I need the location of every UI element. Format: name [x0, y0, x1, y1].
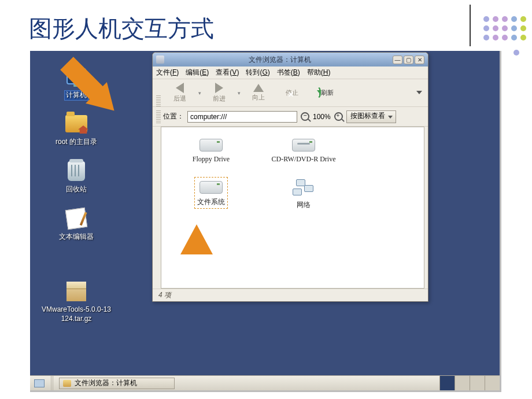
trash-icon	[65, 160, 88, 183]
zoom-level: 100%	[313, 113, 331, 121]
desktop-icon-label: 回收站	[36, 185, 117, 194]
toolbar-label: 前进	[213, 95, 226, 102]
desktop-icon-label: root 的主目录	[36, 138, 117, 147]
toolbar-label: 向上	[252, 94, 265, 101]
decorative-line	[470, 5, 471, 46]
forward-button[interactable]: 前进	[202, 83, 236, 103]
annotation-arrow-icon	[180, 224, 213, 254]
desktop-icon-trash[interactable]: 回收站	[36, 160, 117, 194]
task-label: 文件浏览器：计算机	[75, 378, 137, 388]
item-label: 文件系统	[197, 198, 225, 206]
toolbar-label: 刷新	[321, 89, 334, 96]
item-label: 网络	[297, 201, 311, 209]
view-mode-select[interactable]: 按图标查看	[346, 110, 396, 123]
file-browser-window: 文件浏览器：计算机 — ▢ ✕ 文件(F) 编辑(E) 查看(V) 转到(G) …	[152, 52, 428, 302]
menu-go[interactable]: 转到(G)	[246, 68, 269, 77]
taskbar: 文件浏览器：计算机	[30, 375, 500, 390]
location-label: 位置：	[163, 112, 184, 121]
menu-file[interactable]: 文件(F)	[156, 68, 179, 77]
location-bar: 位置： 100% 按图标查看	[153, 107, 428, 127]
window-titlebar[interactable]: 文件浏览器：计算机 — ▢ ✕	[153, 53, 428, 66]
up-button[interactable]: 向上	[242, 84, 275, 102]
filesystem-icon	[200, 181, 223, 194]
minimize-button[interactable]: —	[393, 56, 402, 64]
status-bar: 4 项	[153, 289, 428, 301]
item-label: Floppy Drive	[193, 155, 230, 163]
workspace-4[interactable]	[485, 376, 500, 390]
location-input[interactable]	[187, 111, 297, 123]
workspace-3[interactable]	[470, 376, 485, 390]
toolbar: 后退 ▾ 前进 ▾ 向上 停止 刷新	[153, 79, 428, 107]
archive-icon	[65, 280, 88, 303]
item-label: CD-RW/DVD-R Drive	[272, 155, 336, 163]
desktop-icon-text-editor[interactable]: 文本编辑器	[36, 207, 117, 242]
item-cdrw-drive[interactable]: CD-RW/DVD-R Drive	[263, 138, 344, 164]
workspace-1[interactable]	[439, 376, 455, 390]
optical-drive-icon	[292, 139, 315, 152]
file-browser-content[interactable]: Floppy Drive CD-RW/DVD-R Drive 文件系统 网络	[161, 127, 424, 289]
toolbar-label: 后退	[173, 95, 186, 102]
item-network[interactable]: 网络	[263, 179, 344, 210]
slide-title: 图形人机交互方式	[29, 13, 214, 45]
drive-icon	[200, 139, 223, 152]
folder-icon	[63, 380, 71, 387]
show-desktop-button[interactable]	[32, 378, 46, 389]
zoom-in-icon[interactable]	[334, 112, 343, 121]
refresh-button[interactable]: 刷新	[309, 88, 342, 97]
toolbar-overflow-icon[interactable]	[416, 91, 422, 94]
desktop-icon-label: 124.tar.gz	[36, 315, 117, 324]
dropdown-chevron-icon[interactable]: ▾	[197, 90, 202, 96]
menu-help[interactable]: 帮助(H)	[307, 68, 331, 77]
up-arrow-icon	[253, 84, 264, 92]
decorative-dot	[513, 50, 519, 56]
desktop[interactable]: 计算机 root 的主目录 回收站 文本编辑器 VMwareTools-5.0.…	[30, 51, 501, 392]
taskbar-handle[interactable]	[51, 376, 54, 390]
desktop-icon	[34, 379, 45, 387]
close-button[interactable]: ✕	[415, 56, 424, 64]
stop-button[interactable]: 停止	[275, 88, 309, 97]
home-folder-icon	[65, 112, 88, 135]
menu-bookmarks[interactable]: 书签(B)	[277, 68, 300, 77]
item-filesystem[interactable]: 文件系统	[171, 177, 252, 209]
window-app-icon	[156, 56, 164, 64]
menu-edit[interactable]: 编辑(E)	[186, 68, 209, 77]
menubar: 文件(F) 编辑(E) 查看(V) 转到(G) 书签(B) 帮助(H)	[153, 66, 428, 79]
taskbar-task-button[interactable]: 文件浏览器：计算机	[59, 378, 175, 389]
back-arrow-icon	[176, 83, 184, 93]
forward-arrow-icon	[215, 83, 223, 93]
item-floppy-drive[interactable]: Floppy Drive	[171, 138, 252, 164]
refresh-icon	[317, 87, 321, 98]
status-text: 4 项	[158, 291, 171, 299]
maximize-button[interactable]: ▢	[404, 56, 413, 64]
network-icon	[293, 179, 315, 197]
workspace-switcher	[439, 376, 500, 390]
zoom-out-icon[interactable]	[301, 112, 309, 121]
dropdown-chevron-icon[interactable]: ▾	[236, 90, 242, 96]
desktop-icon-label: 文本编辑器	[36, 232, 117, 242]
back-button[interactable]: 后退	[163, 83, 197, 103]
locationbar-handle[interactable]	[156, 110, 161, 123]
window-title: 文件浏览器：计算机	[168, 55, 391, 65]
menu-view[interactable]: 查看(V)	[216, 68, 239, 77]
desktop-icon-vmwaretools[interactable]: VMwareTools-5.0.0-13 124.tar.gz	[36, 280, 117, 323]
workspace-2[interactable]	[455, 376, 470, 390]
view-mode-label: 按图标查看	[350, 112, 385, 120]
text-editor-icon	[65, 207, 88, 230]
decorative-dots	[483, 16, 527, 42]
desktop-icon-label: VMwareTools-5.0.0-13	[36, 305, 117, 315]
